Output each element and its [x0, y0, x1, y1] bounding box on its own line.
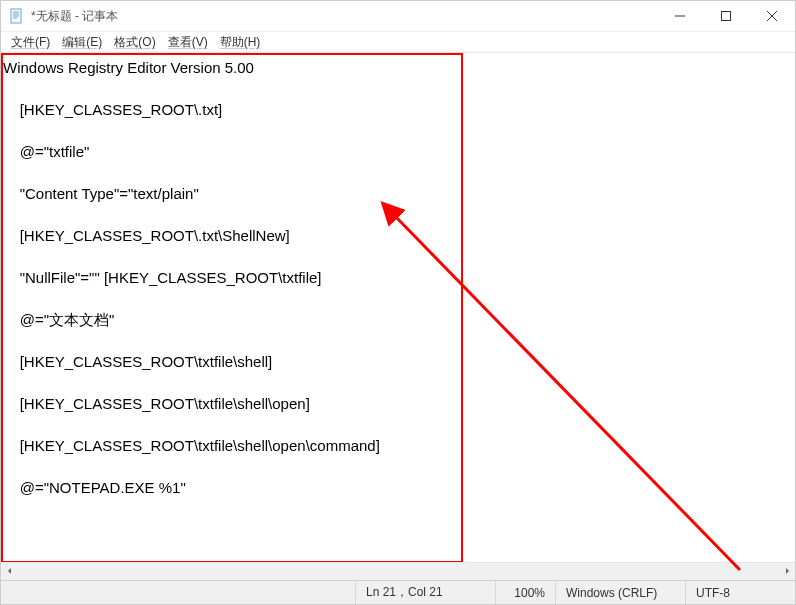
minimize-button[interactable] [657, 1, 703, 31]
line-ending: Windows (CRLF) [555, 581, 685, 604]
svg-marker-9 [8, 568, 11, 574]
svg-rect-6 [722, 12, 731, 21]
menu-help[interactable]: 帮助(H) [214, 34, 267, 51]
scroll-right-button[interactable] [778, 563, 795, 579]
horizontal-scrollbar[interactable] [1, 562, 795, 580]
window-controls [657, 1, 795, 31]
window-title: *无标题 - 记事本 [31, 8, 657, 25]
menu-edit[interactable]: 编辑(E) [56, 34, 108, 51]
menu-format[interactable]: 格式(O) [108, 34, 161, 51]
menubar: 文件(F) 编辑(E) 格式(O) 查看(V) 帮助(H) [1, 32, 795, 53]
svg-marker-10 [786, 568, 789, 574]
zoom-level: 100% [495, 581, 555, 604]
notepad-window: *无标题 - 记事本 文件(F) 编辑(E) 格式(O) 查看(V) 帮助(H)… [0, 0, 796, 605]
app-icon [9, 8, 25, 24]
statusbar: Ln 21，Col 21 100% Windows (CRLF) UTF-8 [1, 580, 795, 604]
titlebar: *无标题 - 记事本 [1, 1, 795, 32]
scroll-left-button[interactable] [1, 563, 18, 579]
editor-content: Windows Registry Editor Version 5.00 [HK… [3, 57, 380, 498]
maximize-button[interactable] [703, 1, 749, 31]
encoding: UTF-8 [685, 581, 795, 604]
cursor-position: Ln 21，Col 21 [355, 581, 495, 604]
menu-file[interactable]: 文件(F) [5, 34, 56, 51]
text-editor[interactable]: Windows Registry Editor Version 5.00 [HK… [1, 53, 795, 562]
menu-view[interactable]: 查看(V) [162, 34, 214, 51]
content-area: Windows Registry Editor Version 5.00 [HK… [1, 53, 795, 604]
close-button[interactable] [749, 1, 795, 31]
statusbar-spacer [1, 581, 355, 604]
